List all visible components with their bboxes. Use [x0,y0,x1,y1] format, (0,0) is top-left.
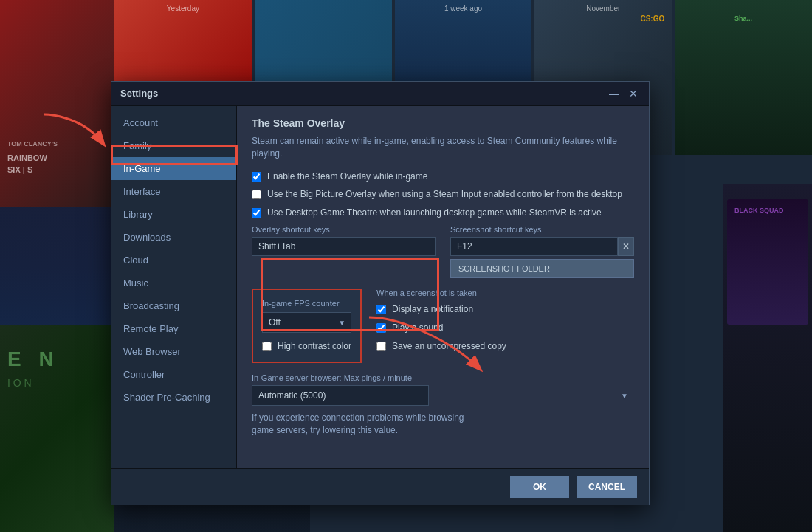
screenshot-uncompressed-checkbox[interactable] [376,342,386,351]
fps-counter-section: In-game FPS counter Off Top-left Top-rig… [252,289,362,363]
screenshot-shortcut-label: Screenshot shortcut keys [450,225,634,234]
screenshot-sound-row: Play a sound [376,322,506,334]
sidebar-item-ingame[interactable]: In-Game [111,157,236,180]
screenshot-shortcut-group: Screenshot shortcut keys ✕ SCREENSHOT FO… [450,225,634,278]
server-browser-select-wrapper: Automatic (5000) 250 500 1000 2500 5000 [252,385,634,406]
desktoptheatre-row: Use Desktop Game Theatre when launching … [252,207,634,219]
screenshot-uncompressed-label: Save an uncompressed copy [392,340,506,353]
left-game-panel: TOM CLANCY'S RAINBOW SIX | S E N I O N [0,0,114,532]
server-browser-section: In-Game server browser: Max pings / minu… [252,373,634,437]
screenshot-section: When a screenshot is taken Display a not… [376,289,506,363]
overlay-enable-row: Enable the Steam Overlay while in-game [252,170,634,183]
bigpicture-checkbox[interactable] [252,190,261,199]
ok-button[interactable]: OK [510,476,569,498]
sidebar-item-broadcasting[interactable]: Broadcasting [111,294,236,317]
sidebar-item-interface[interactable]: Interface [111,180,236,203]
screenshot-shortcut-input[interactable] [450,237,618,256]
fps-screenshot-row: In-game FPS counter Off Top-left Top-rig… [252,289,634,363]
screenshot-notify-label: Display a notification [392,303,473,316]
screenshot-uncompressed-row: Save an uncompressed copy [376,340,506,353]
server-browser-select[interactable]: Automatic (5000) 250 500 1000 2500 5000 [252,385,429,406]
rainbow-six-art: TOM CLANCY'S RAINBOW SIX | S [0,0,114,207]
sidebar-item-account[interactable]: Account [111,111,236,134]
game-card-1: BLACK SQUAD [727,199,808,325]
alien-game-art: E N I O N [0,325,114,532]
desktoptheatre-checkbox[interactable] [252,208,261,218]
overlay-enable-label: Enable the Steam Overlay while in-game [267,170,427,183]
sidebar-item-cloud[interactable]: Cloud [111,249,236,272]
dialog-title: Settings [120,88,158,99]
screenshot-folder-button[interactable]: SCREENSHOT FOLDER [450,259,634,278]
right-game-cards: BLACK SQUAD [723,184,812,532]
high-contrast-label: High contrast color [278,340,351,353]
sidebar-item-controller[interactable]: Controller [111,363,236,386]
sidebar-item-library[interactable]: Library [111,203,236,226]
dialog-footer: OK CANCEL [111,468,649,505]
settings-sidebar: Account Family In-Game Interface Library… [111,106,237,468]
sidebar-item-family[interactable]: Family [111,134,236,157]
server-browser-label: In-Game server browser: Max pings / minu… [252,373,634,382]
minimize-button[interactable]: — [608,87,621,100]
fps-select-wrapper: Off Top-left Top-right Bottom-left Botto… [262,312,351,333]
bigpicture-row: Use the Big Picture Overlay when using a… [252,188,634,201]
shortcut-row: Overlay shortcut keys Screenshot shortcu… [252,225,634,278]
high-contrast-checkbox[interactable] [262,342,272,351]
screenshot-sound-checkbox[interactable] [376,323,386,333]
overlay-shortcut-label: Overlay shortcut keys [252,225,436,234]
screenshot-when-label: When a screenshot is taken [376,289,506,297]
server-browser-note: If you experience connection problems wh… [252,412,473,437]
sidebar-item-webbrowser[interactable]: Web Browser [111,340,236,363]
clear-screenshot-shortcut-button[interactable]: ✕ [618,237,634,256]
section-title: The Steam Overlay [252,117,634,129]
sidebar-item-music[interactable]: Music [111,272,236,294]
section-desc: Steam can remain active while in-game, e… [252,135,634,160]
fps-select[interactable]: Off Top-left Top-right Bottom-left Botto… [262,312,351,333]
fps-label: In-game FPS counter [262,299,351,308]
screenshot-shortcut-input-group: ✕ [450,237,634,256]
overlay-shortcut-input[interactable] [252,237,436,256]
high-contrast-row: High contrast color [262,340,351,353]
settings-dialog: Settings — ✕ Account Family In-Game Inte… [111,81,650,505]
close-button[interactable]: ✕ [627,87,640,100]
dialog-controls: — ✕ [608,87,640,100]
overlay-shortcut-group: Overlay shortcut keys [252,225,436,278]
screenshot-notify-checkbox[interactable] [376,305,386,314]
other-thumb: Sha... [675,0,812,155]
bigpicture-label: Use the Big Picture Overlay when using a… [267,188,622,201]
sidebar-item-shadercaching[interactable]: Shader Pre-Caching [111,386,236,409]
overlay-enable-checkbox[interactable] [252,172,261,182]
screenshot-notify-row: Display a notification [376,303,506,316]
dialog-body: Account Family In-Game Interface Library… [111,106,649,468]
desktoptheatre-label: Use Desktop Game Theatre when launching … [267,207,602,219]
screenshot-sound-label: Play a sound [392,322,443,334]
dialog-titlebar: Settings — ✕ [111,82,649,106]
settings-content: The Steam Overlay Steam can remain activ… [237,106,649,468]
sidebar-item-remoteplay[interactable]: Remote Play [111,317,236,340]
sidebar-item-downloads[interactable]: Downloads [111,226,236,249]
cancel-button[interactable]: CANCEL [577,476,637,498]
